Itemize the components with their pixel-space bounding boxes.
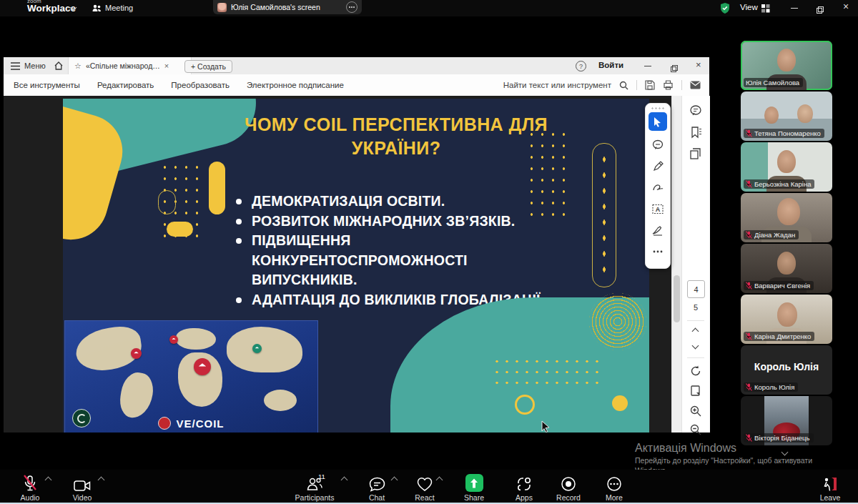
vecoil-logo: VE/COIL [65, 417, 317, 430]
participants-count-badge: 11 [318, 473, 325, 480]
rotate-icon[interactable] [689, 365, 702, 377]
draw-tool-button[interactable] [649, 178, 667, 197]
mic-muted-icon [746, 434, 752, 442]
security-shield-icon[interactable] [719, 2, 731, 14]
menu-all-tools[interactable]: Все инструменты [14, 81, 80, 89]
menu-esign[interactable]: Электронное подписание [247, 81, 344, 89]
participant-tile[interactable]: Каріна Дмитренко [741, 295, 832, 344]
signin-button[interactable]: Войти [598, 61, 623, 69]
mic-muted-icon [746, 383, 752, 391]
page-thumbnails-icon[interactable] [689, 147, 702, 160]
bookmarks-icon[interactable] [689, 126, 702, 139]
map-pin-icon [131, 348, 142, 359]
drag-handle-icon[interactable] [651, 107, 665, 109]
participant-tile[interactable]: Берьозкіна Каріна [741, 142, 832, 192]
apps-button[interactable]: Apps [499, 474, 549, 502]
fit-page-icon[interactable] [689, 385, 702, 397]
share-button[interactable]: Share [449, 474, 499, 502]
map-pin-icon [194, 358, 211, 375]
more-icon [606, 476, 622, 492]
select-tool-button[interactable] [649, 112, 667, 131]
mic-muted-icon [746, 282, 752, 290]
next-page-icon[interactable] [692, 342, 699, 350]
pdf-restore-button[interactable] [671, 65, 678, 72]
more-tools-button[interactable] [649, 242, 667, 261]
participant-tile[interactable]: Король Юлія Король Юлія [741, 345, 832, 395]
mic-muted-icon [746, 180, 752, 188]
help-icon[interactable]: ? [576, 61, 586, 71]
scrollbar-thumb[interactable] [674, 275, 680, 322]
participant-nameplate: Каріна Дмитренко [744, 332, 814, 341]
mail-icon[interactable] [690, 81, 701, 89]
home-icon[interactable] [54, 61, 64, 71]
decor-dots [526, 129, 573, 223]
participant-name: Вікторія Біданець [754, 434, 810, 442]
participant-nameplate: Діана Жадан [744, 230, 799, 239]
bullet-item: ПІДВИЩЕННЯ КОНКУРЕНТОСПРОМОЖНОСТІ ВИПУСК… [235, 231, 503, 290]
comments-icon[interactable] [689, 104, 702, 117]
participant-nameplate: Берьозкіна Каріна [744, 179, 814, 189]
pdf-document-tab[interactable]: ☆ «Спільне міжнарод… × [68, 57, 192, 74]
save-icon[interactable] [645, 80, 655, 90]
zoom-brand-label: Workplace [27, 5, 76, 12]
comment-tool-button[interactable] [649, 135, 667, 154]
participant-tile[interactable]: Варварич Євгенія [741, 244, 832, 293]
participant-nameplate: Король Юлія [744, 382, 798, 392]
decor-pill [209, 162, 225, 214]
record-button[interactable]: Record [543, 474, 593, 502]
leave-label: Leave [805, 493, 855, 502]
react-button[interactable]: React [400, 474, 450, 502]
participants-options-chevron-icon[interactable] [341, 477, 348, 484]
star-icon[interactable]: ☆ [74, 61, 82, 71]
world-map-image: VE/COIL [64, 320, 318, 433]
mic-muted-icon [746, 129, 752, 137]
decor-dots [492, 356, 601, 389]
heart-icon [416, 477, 433, 492]
participants-button[interactable]: 11 Participants [290, 474, 340, 502]
menu-convert[interactable]: Преобразовать [171, 81, 230, 89]
vecoil-logo-icon [158, 417, 171, 430]
leave-button[interactable]: Leave [805, 474, 855, 502]
highlight-tool-button[interactable] [649, 157, 667, 175]
search-icon[interactable] [619, 81, 628, 90]
pdf-close-button[interactable]: × [696, 59, 701, 70]
participant-tile[interactable]: Тетяна Пономаренко [741, 92, 832, 141]
mouse-cursor [541, 420, 551, 433]
participant-name: Юлія Самойлова [746, 79, 799, 87]
camera-icon [74, 480, 91, 492]
pdf-menu-button[interactable]: Меню [11, 57, 46, 74]
sign-tool-button[interactable] [649, 221, 667, 239]
video-label: Video [57, 493, 107, 502]
print-icon[interactable] [663, 80, 674, 90]
view-grid-icon[interactable] [761, 4, 770, 13]
zoom-in-icon[interactable] [689, 405, 702, 417]
participant-tile[interactable]: Юлія Самойлова [741, 41, 832, 90]
window-close-button[interactable]: × [843, 1, 849, 12]
add-text-tool-button[interactable]: A [649, 199, 667, 218]
pdf-canvas[interactable]: ЧОМУ COIL ПЕРСПЕКТИВНА ДЛЯ УКРАЇНИ? ДЕМО… [4, 96, 671, 433]
view-button[interactable]: View [740, 3, 758, 11]
participant-nameplate: Тетяна Пономаренко [744, 129, 824, 138]
menu-edit[interactable]: Редактировать [97, 81, 154, 89]
tab-meeting[interactable]: Meeting [105, 4, 133, 12]
participant-tile[interactable]: Вікторія Біданець [741, 396, 832, 445]
current-page-box[interactable]: 4 [687, 280, 705, 298]
screen-share-banner[interactable]: Юлія Самойлова's screen [213, 0, 362, 14]
prev-page-icon[interactable] [692, 328, 699, 335]
zoom-control-bar: Audio Video 11 Participants [0, 470, 858, 503]
create-button[interactable]: + Создать [184, 60, 232, 73]
pdf-minimize-button[interactable] [644, 66, 651, 66]
next-page-number: 5 [682, 303, 709, 312]
slide-title: ЧОМУ COIL ПЕРСПЕКТИВНА ДЛЯ УКРАЇНИ? [219, 113, 573, 160]
tab-close-icon[interactable]: × [164, 61, 169, 70]
quick-tools-panel: A [645, 103, 671, 269]
window-minimize-button[interactable] [791, 8, 798, 9]
search-label[interactable]: Найти текст или инструмент [503, 81, 611, 89]
participant-tile[interactable]: Діана Жадан [741, 193, 832, 242]
leave-door-icon [822, 476, 839, 492]
share-options-icon[interactable] [346, 1, 358, 13]
zoom-out-icon[interactable] [689, 423, 702, 436]
pdf-vertical-scrollbar[interactable] [671, 96, 682, 433]
window-restore-button[interactable] [817, 6, 824, 14]
more-button[interactable]: More [589, 474, 639, 502]
